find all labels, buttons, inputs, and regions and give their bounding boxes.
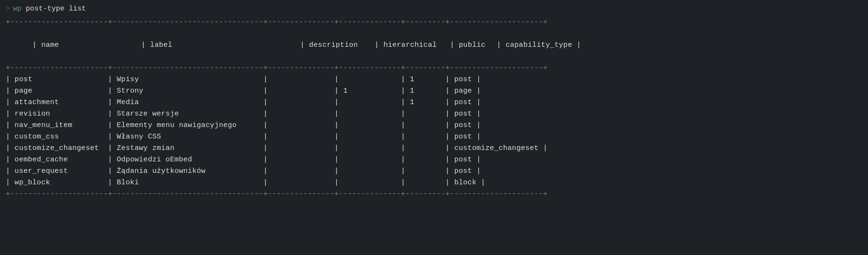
table-header: | name | label | description | hierarchi…: [6, 28, 862, 63]
cmd-wp: wp: [13, 5, 21, 13]
table-row: | page | Strony | | 1 | 1 | page |: [6, 85, 862, 97]
table-row: | custom_css | Własny CSS | | | | post |: [6, 131, 862, 143]
table-row: | oembed_cache | Odpowiedzi oEmbed | | |…: [6, 154, 862, 166]
pipe5: |: [445, 41, 459, 49]
header-hierarchical: hierarchical: [383, 40, 445, 51]
terminal-window: > wp post-type list +-------------------…: [0, 0, 868, 255]
cmd-rest: post-type list: [21, 5, 86, 13]
table-row: | user_request | Żądania użytkowników | …: [6, 166, 862, 177]
command-text: wp post-type list: [13, 5, 86, 13]
table-row: | nav_menu_item | Elementy menu nawigacy…: [6, 120, 862, 131]
table-row: | wp_block | Bloki | | | | block |: [6, 177, 862, 189]
separator-mid: +----------------------+----------------…: [6, 63, 862, 74]
header-capability-type: capability_type: [506, 41, 572, 49]
prompt-arrow: >: [6, 5, 10, 13]
header-label: label: [150, 40, 296, 51]
table-row: | customize_changeset | Zestawy zmian | …: [6, 143, 862, 154]
table: +----------------------+----------------…: [6, 17, 862, 200]
header-public: public: [459, 40, 492, 51]
header-description: description: [309, 40, 370, 51]
pipe7: |: [572, 41, 581, 49]
pipe6: |: [492, 41, 506, 49]
table-body: | post | Wpisy | | | 1 | post || page | …: [6, 74, 862, 189]
header-name: name: [41, 40, 137, 51]
table-row: | revision | Starsze wersje | | | | post…: [6, 108, 862, 120]
table-row: | post | Wpisy | | | 1 | post |: [6, 74, 862, 85]
separator-bot: +----------------------+----------------…: [6, 189, 862, 200]
pipe: |: [32, 41, 42, 49]
table-row: | attachment | Media | | | 1 | post |: [6, 97, 862, 108]
separator-top: +----------------------+----------------…: [6, 17, 862, 28]
pipe3: |: [296, 41, 309, 49]
command-line: > wp post-type list: [6, 5, 862, 13]
pipe2: |: [137, 41, 150, 49]
pipe4: |: [370, 41, 383, 49]
